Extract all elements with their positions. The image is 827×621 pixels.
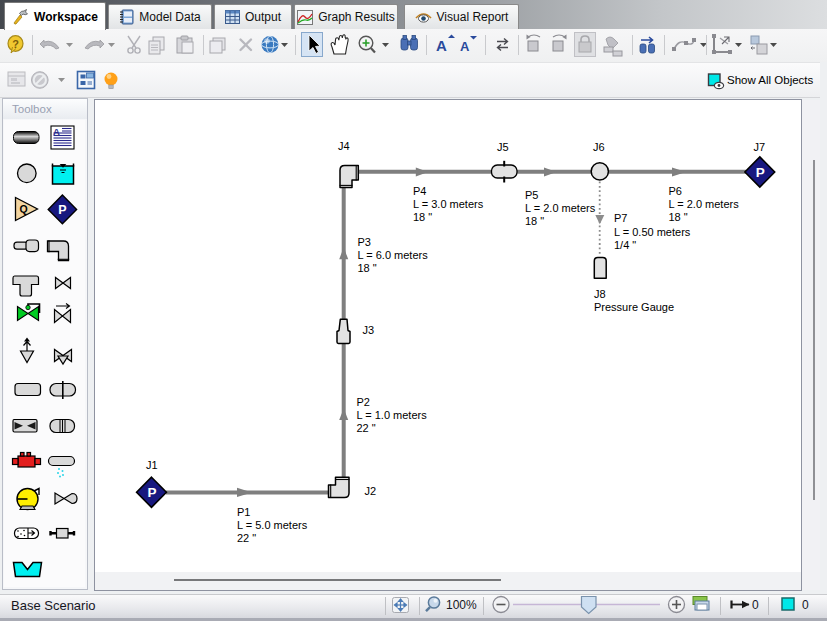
svg-text:P: P xyxy=(58,203,66,217)
svg-text:P3: P3 xyxy=(358,236,371,248)
svg-text:L = 6.0 meters: L = 6.0 meters xyxy=(358,249,429,261)
svg-text:J4: J4 xyxy=(338,140,350,152)
svg-text:J7: J7 xyxy=(754,141,766,153)
svg-text:A: A xyxy=(460,39,470,54)
svg-text:?: ? xyxy=(12,38,19,50)
svg-text:18 ": 18 " xyxy=(669,211,688,223)
svg-text:J2: J2 xyxy=(365,485,377,497)
svg-text:A: A xyxy=(436,37,447,54)
svg-text:Q: Q xyxy=(20,203,28,215)
svg-text:L = 0.50 meters: L = 0.50 meters xyxy=(614,226,691,238)
svg-text:22 ": 22 " xyxy=(237,532,256,544)
svg-text:18 ": 18 " xyxy=(413,211,432,223)
svg-text:J3: J3 xyxy=(363,324,375,336)
svg-text:L = 3.0 meters: L = 3.0 meters xyxy=(413,198,484,210)
svg-text:J6: J6 xyxy=(593,141,605,153)
svg-text:A: A xyxy=(53,126,60,137)
svg-text:J8: J8 xyxy=(594,288,606,300)
svg-text:P: P xyxy=(756,165,765,180)
svg-text:Pressure Gauge: Pressure Gauge xyxy=(594,301,674,313)
svg-text:L = 5.0 meters: L = 5.0 meters xyxy=(237,519,308,531)
svg-text:18 ": 18 " xyxy=(525,215,544,227)
svg-text:P1: P1 xyxy=(237,506,250,518)
svg-text:P7: P7 xyxy=(614,212,627,224)
svg-text:J1: J1 xyxy=(146,459,158,471)
svg-text:J5: J5 xyxy=(497,141,509,153)
svg-text:L = 2.0 meters: L = 2.0 meters xyxy=(669,198,740,210)
svg-text:P2: P2 xyxy=(357,396,370,408)
svg-text:P5: P5 xyxy=(525,189,538,201)
svg-text:1/4 ": 1/4 " xyxy=(614,239,636,251)
svg-text:L = 2.0 meters: L = 2.0 meters xyxy=(525,202,596,214)
svg-text:18 ": 18 " xyxy=(358,262,377,274)
svg-text:L = 1.0 meters: L = 1.0 meters xyxy=(357,409,428,421)
svg-text:22 ": 22 " xyxy=(357,422,376,434)
svg-text:P6: P6 xyxy=(669,185,682,197)
svg-text:P: P xyxy=(147,485,156,500)
svg-text:P4: P4 xyxy=(413,185,426,197)
